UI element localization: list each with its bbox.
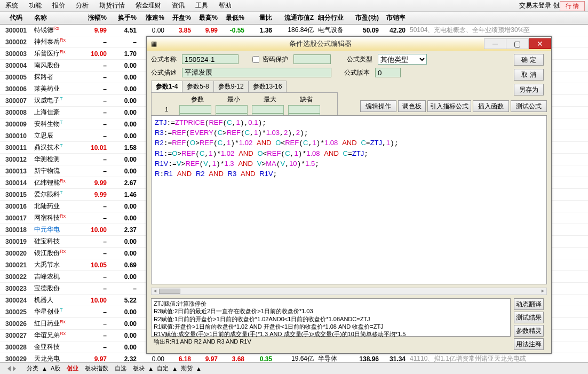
palette-button[interactable]: 调色板: [398, 100, 426, 112]
fdesc-input[interactable]: [182, 68, 331, 77]
hdr-pe[interactable]: 市盈(动): [351, 13, 381, 22]
dyntrans-button[interactable]: 动态翻译: [514, 298, 544, 310]
insert-fn-button[interactable]: 插入函数: [473, 100, 509, 112]
fname-input[interactable]: [182, 54, 239, 64]
btab-2[interactable]: 创业: [63, 364, 82, 372]
param-tabs: 参数1-4 参数5-8 参数9-12 参数13-16: [151, 81, 338, 93]
menu-bar: 系统功能报价分析期货行情紫金理财资讯工具帮助 交易未登录 创业板: [0, 0, 588, 12]
btab-0[interactable]: 分类: [23, 364, 42, 372]
hdr-vrat[interactable]: 量比: [247, 13, 274, 22]
ptab-1[interactable]: 参数1-4: [151, 81, 182, 92]
quote-button[interactable]: 行 情: [560, 1, 585, 11]
paramwiz-button[interactable]: 参数精灵: [514, 325, 544, 337]
menu-item[interactable]: 系统: [0, 1, 23, 10]
hdr-low[interactable]: 最低%: [220, 13, 247, 22]
import-indicator-button[interactable]: 引入指标公式: [427, 100, 471, 112]
fver-label: 公式版本: [344, 68, 372, 77]
btab-7[interactable]: 期货: [178, 364, 196, 372]
menu-item[interactable]: 报价: [47, 1, 70, 10]
menu-item[interactable]: 工具: [190, 1, 213, 10]
btab-3[interactable]: 板块指数: [82, 364, 112, 372]
saveas-button[interactable]: 另存为: [514, 84, 544, 96]
hdr-spd[interactable]: 涨速%: [139, 13, 166, 22]
table-header: 代码 名称 涨幅% 换手% 涨速% 开盘% 最高% 最低% 量比 流通市值Z 细…: [0, 12, 588, 25]
code-editor[interactable]: ZTJ:=ZTPRICE(REF(C,1),0.1); R3:=REF(EVER…: [151, 115, 547, 284]
btab-5[interactable]: 板块: [130, 364, 148, 372]
usage-button[interactable]: 用法注释: [514, 338, 544, 350]
btab-4[interactable]: 自选: [112, 364, 130, 372]
test-formula-button[interactable]: 测试公式: [511, 100, 547, 112]
menu-item[interactable]: 资讯: [166, 1, 190, 10]
h-scrollbar[interactable]: [151, 288, 547, 295]
minimize-button[interactable]: ─: [484, 38, 506, 49]
bottom-tabs: 分类▲ A股 创业 板块指数 自选 板块▲ 自定▲ 期货▲: [0, 362, 588, 374]
hdr-turn[interactable]: 换手%: [109, 13, 139, 22]
hdr-mcap[interactable]: 流通市值Z: [274, 13, 316, 22]
ok-button[interactable]: 确 定: [514, 54, 544, 66]
cancel-button[interactable]: 取 消: [514, 69, 544, 81]
ptab-3[interactable]: 参数9-12: [213, 81, 249, 92]
menu-item[interactable]: 帮助: [213, 1, 237, 10]
dialog-titlebar[interactable]: ▦ 条件选股公式编辑器 ─ ▢ ✕: [147, 37, 551, 51]
menu-item[interactable]: 紫金理财: [130, 1, 166, 10]
fname-label: 公式名称: [151, 55, 179, 64]
hdr-name[interactable]: 名称: [32, 13, 79, 22]
formula-editor-dialog: ▦ 条件选股公式编辑器 ─ ▢ ✕ 公式名称 密码保护 公式类型 其他类型 公式…: [146, 36, 552, 354]
btab-1[interactable]: A股: [47, 364, 63, 372]
btab-6[interactable]: 自定: [154, 364, 172, 372]
fver-input[interactable]: [375, 68, 401, 77]
pwd-input[interactable]: [293, 54, 331, 64]
menu-item[interactable]: 期货行情: [94, 1, 130, 10]
ftype-select[interactable]: 其他类型: [378, 54, 427, 65]
hdr-high[interactable]: 最高%: [193, 13, 220, 22]
hdr-pct[interactable]: 涨幅%: [79, 13, 109, 22]
fdesc-label: 公式描述: [151, 68, 179, 77]
pwd-checkbox[interactable]: [252, 56, 259, 63]
tab-left-icon[interactable]: [1, 366, 11, 371]
description-box: ZTJ赋值:计算涨停价R3赋值:2日前的最近2日一直存在收盘价>1日前的收盘价*…: [151, 298, 511, 337]
hdr-open[interactable]: 开盘%: [166, 13, 193, 22]
hdr-code[interactable]: 代码: [0, 13, 32, 22]
menu-item[interactable]: 分析: [70, 1, 94, 10]
maximize-button[interactable]: ▢: [506, 38, 529, 49]
ptab-4[interactable]: 参数13-16: [248, 81, 287, 92]
menu-item[interactable]: 功能: [23, 1, 47, 10]
dialog-title: 条件选股公式编辑器: [157, 39, 484, 49]
close-button[interactable]: ✕: [529, 38, 551, 49]
hdr-ind[interactable]: 细分行业: [316, 13, 351, 22]
testresult-button[interactable]: 测试结果: [514, 312, 544, 323]
edit-op-button[interactable]: 编辑操作: [360, 100, 396, 112]
ftype-label: 公式类型: [347, 55, 375, 64]
dialog-icon: ▦: [151, 40, 157, 47]
pwd-label: 密码保护: [263, 55, 290, 64]
hdr-psr[interactable]: 市销率: [381, 13, 408, 22]
table-row[interactable]: 300001 特锐德Rx 9.99 4.51 0.00 3.85 9.99 -0…: [0, 25, 588, 36]
ptab-2[interactable]: 参数5-8: [182, 81, 213, 92]
tab-right-icon[interactable]: [13, 366, 22, 371]
